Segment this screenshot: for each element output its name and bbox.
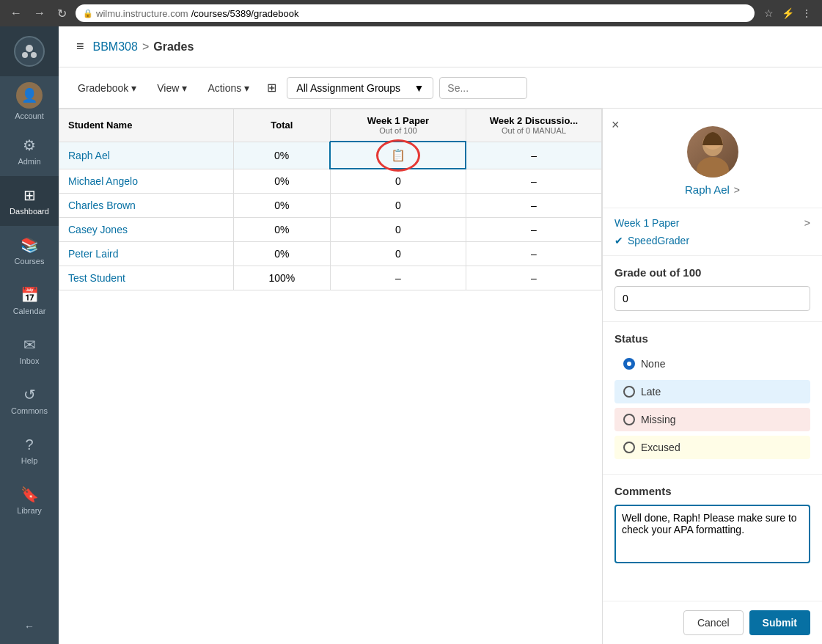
panel-speedgrader-row[interactable]: ✔ SpeedGrader	[614, 235, 810, 246]
sidebar-item-library-label: Library	[17, 506, 42, 515]
sidebar-item-account-label: Account	[15, 111, 44, 120]
student-chevron-icon: >	[734, 184, 740, 196]
student-name-cell: Peter Laird	[59, 242, 234, 266]
breadcrumb-current-page: Grades	[153, 40, 194, 54]
student-link-charles-brown[interactable]: Charles Brown	[68, 200, 136, 211]
page-header: ≡ BBM308 > Grades	[59, 26, 822, 67]
actions-dropdown-arrow: ▾	[244, 82, 249, 94]
panel-assignment-row: Week 1 Paper >	[614, 217, 810, 229]
student-name-cell: Charles Brown	[59, 194, 234, 218]
status-radio-none	[623, 358, 635, 370]
hamburger-button[interactable]: ≡	[73, 36, 87, 57]
panel-assignment-section: Week 1 Paper > ✔ SpeedGrader	[603, 208, 822, 256]
sidebar-item-courses[interactable]: 📚 Courses	[0, 226, 59, 276]
panel-close-button[interactable]: ×	[612, 117, 620, 133]
panel-student-section: Raph Ael >	[603, 109, 822, 208]
address-prefix: wilmu.instructure.com	[96, 8, 188, 19]
week1-cell-test-student[interactable]: –	[330, 266, 466, 290]
week2-cell-raph-ael[interactable]: –	[466, 142, 601, 169]
status-radio-excused	[623, 442, 635, 453]
refresh-button[interactable]: ↻	[54, 5, 70, 22]
total-cell-test-student: 100%	[233, 266, 330, 290]
week1-cell-casey-jones[interactable]: 0	[330, 218, 466, 242]
week1-cell-peter-laird[interactable]: 0	[330, 242, 466, 266]
week1-cell-raph-ael[interactable]: 📋	[330, 142, 466, 169]
student-link-peter-laird[interactable]: Peter Laird	[68, 248, 118, 260]
view-label: View	[157, 82, 179, 94]
panel-student-name-link[interactable]: Raph Ael	[685, 183, 730, 196]
sidebar-item-commons-label: Commons	[11, 406, 48, 415]
total-cell-michael-angelo: 0%	[233, 169, 330, 194]
status-label: Status	[614, 332, 810, 345]
week2-cell-peter-laird[interactable]: –	[466, 242, 601, 266]
total-cell-peter-laird: 0%	[233, 242, 330, 266]
library-icon: 🔖	[21, 486, 39, 503]
panel-status-section: Status None Late Missing	[603, 322, 822, 475]
content-area: Student Name Total Week 1 Paper Out of 1…	[59, 109, 822, 644]
svg-point-2	[31, 52, 37, 58]
total-col-title: Total	[271, 120, 293, 131]
back-button[interactable]: ←	[7, 5, 25, 21]
table-row: Raph Ael 0% 📋 –	[59, 142, 602, 169]
sidebar-item-courses-label: Courses	[15, 257, 45, 266]
extensions-button[interactable]: ⚡	[779, 5, 796, 21]
table-row: Michael Angelo 0% 0 –	[59, 169, 602, 194]
app-layout: 👤 Account ⚙ Admin ⊞ Dashboard 📚 Courses …	[0, 26, 822, 644]
status-option-none[interactable]: None	[614, 352, 810, 376]
status-radio-missing	[623, 414, 635, 425]
breadcrumb-course-link[interactable]: BBM308	[93, 40, 138, 54]
submit-button[interactable]: Submit	[749, 610, 810, 635]
sidebar-item-help[interactable]: ? Help	[0, 425, 59, 475]
assignment-groups-dropdown[interactable]: All Assignment Groups ▼	[287, 77, 433, 99]
sidebar-collapse-button[interactable]: ←	[0, 609, 59, 644]
sidebar-item-calendar[interactable]: 📅 Calendar	[0, 276, 59, 326]
view-dropdown-arrow: ▾	[182, 82, 187, 94]
status-late-label: Late	[641, 386, 661, 398]
sidebar-item-inbox[interactable]: ✉ Inbox	[0, 326, 59, 376]
student-link-raph-ael[interactable]: Raph Ael	[68, 150, 110, 161]
week2-cell-charles-brown[interactable]: –	[466, 194, 601, 218]
column-header-week1-paper[interactable]: Week 1 Paper Out of 100	[330, 109, 466, 142]
actions-dropdown-button[interactable]: Actions ▾	[200, 78, 257, 98]
table-row: Charles Brown 0% 0 –	[59, 194, 602, 218]
sidebar-item-library[interactable]: 🔖 Library	[0, 475, 59, 525]
menu-button[interactable]: ⋮	[799, 5, 815, 21]
cancel-button[interactable]: Cancel	[683, 610, 744, 635]
comments-textarea[interactable]: Well done, Raph! Please make sure to che…	[614, 505, 810, 563]
column-header-week2-discussion[interactable]: Week 2 Discussio... Out of 0 MANUAL	[466, 109, 601, 142]
status-option-late[interactable]: Late	[614, 380, 810, 403]
view-dropdown-button[interactable]: View ▾	[150, 78, 194, 98]
status-missing-label: Missing	[641, 414, 675, 425]
sidebar-item-commons[interactable]: ↺ Commons	[0, 376, 59, 425]
student-link-test-student[interactable]: Test Student	[68, 272, 125, 284]
student-search-input[interactable]	[439, 77, 527, 99]
admin-icon: ⚙	[23, 136, 36, 154]
week2-cell-casey-jones[interactable]: –	[466, 218, 601, 242]
status-option-excused[interactable]: Excused	[614, 436, 810, 459]
total-cell-casey-jones: 0%	[233, 218, 330, 242]
forward-button[interactable]: →	[31, 5, 48, 21]
week1-cell-michael-angelo[interactable]: 0	[330, 169, 466, 194]
week1-cell-charles-brown[interactable]: 0	[330, 194, 466, 218]
status-none-label: None	[641, 358, 665, 370]
week2-cell-michael-angelo[interactable]: –	[466, 169, 601, 194]
week2-cell-test-student[interactable]: –	[466, 266, 601, 290]
bookmark-button[interactable]: ☆	[760, 5, 777, 21]
sidebar-item-inbox-label: Inbox	[20, 356, 40, 365]
sidebar-item-dashboard-label: Dashboard	[10, 207, 49, 216]
status-option-missing[interactable]: Missing	[614, 408, 810, 431]
sidebar-item-dashboard[interactable]: ⊞ Dashboard	[0, 176, 59, 226]
breadcrumb-separator: >	[142, 40, 149, 54]
student-link-michael-angelo[interactable]: Michael Angelo	[68, 175, 138, 187]
gradebook-dropdown-button[interactable]: Gradebook ▾	[70, 78, 144, 98]
sidebar-item-admin[interactable]: ⚙ Admin	[0, 126, 59, 176]
gradebook-dropdown-arrow: ▾	[131, 82, 136, 94]
address-bar[interactable]: 🔒 wilmu.instructure.com /courses/5389/gr…	[76, 4, 755, 22]
sidebar-item-account[interactable]: 👤 Account	[0, 76, 59, 126]
nav-logo[interactable]	[0, 26, 59, 76]
grade-input[interactable]	[614, 286, 810, 311]
gradebook-table: Student Name Total Week 1 Paper Out of 1…	[59, 109, 602, 290]
panel-assignment-link[interactable]: Week 1 Paper	[614, 217, 679, 229]
grid-view-button[interactable]: ⊞	[263, 76, 281, 99]
student-link-casey-jones[interactable]: Casey Jones	[68, 224, 128, 235]
